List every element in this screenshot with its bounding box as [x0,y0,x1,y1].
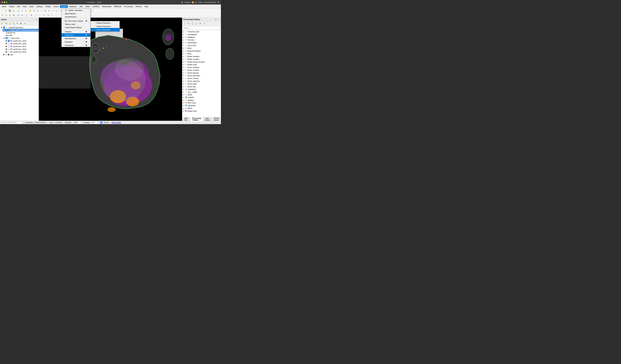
menu-edit[interactable]: Edit [16,5,21,8]
toolbox-history-button[interactable]: 📋 [191,22,194,25]
raster-menu-virtual[interactable]: Virtual Raster Builder [62,26,90,29]
save-project-button[interactable]: 💾 [8,9,12,13]
menu-mmqgis[interactable]: MMQGIS [113,5,123,8]
tab-results-viewer[interactable]: Results Viewer [212,117,221,121]
digitize-button[interactable]: ✏ [1,13,4,17]
open-project-button[interactable]: 📂 [4,9,8,13]
raster-menu-analysis[interactable]: Analysis ▶ [62,30,90,33]
toolbox-item-vectorgeometry[interactable]: ▶ ⚙ Vector geometry [182,74,221,77]
tab-value-tool[interactable]: Value Tool [182,117,190,121]
raster-menu-conversion[interactable]: Conversion ▶ [62,44,90,47]
epsg-label[interactable]: EPSG:28355 [112,122,121,123]
toolbox-item-layertools[interactable]: ▶ ⚙ Layer tools [182,44,221,47]
zoom-next-button[interactable]: ▷ [55,9,58,13]
pan-button[interactable]: ✋ [29,9,32,13]
toolbox-item-vectorcreation[interactable]: ▶ ⚙ Vector creation [182,69,221,71]
toolbox-item-vectorgeneral[interactable]: ▶ ⚙ Vector general [182,71,221,74]
maximize-button[interactable] [6,1,7,3]
zoom-prev-button[interactable]: ◁ [51,9,54,13]
menu-help[interactable]: Help [143,5,149,8]
layer-lc2019[interactable]: ▶ ▦ LandCover_2019 [5,39,39,42]
expand-all-button[interactable]: ▼ [16,22,19,25]
layer-hrsl[interactable]: ▼ ▦ HRSL_AUS_Tasmania_Population [2,29,39,32]
redo-button[interactable]: ↪ [24,9,28,13]
layer-hrsl-checkbox[interactable] [6,29,8,31]
layer-lc2019-checkbox[interactable] [8,40,10,42]
toolbox-item-networkanalysis[interactable]: ▶ ⚙ Network analysis [182,50,221,52]
toolbox-item-models[interactable]: ▶ 🔧 Models [182,99,221,101]
toolbox-help-button[interactable]: ? [202,22,206,25]
undo-button[interactable]: ↩ [20,9,24,13]
menu-view[interactable]: View [21,5,28,8]
toolbox-item-database[interactable]: ▶ ⚙ Database [182,36,221,38]
toolbox-item-mesh[interactable]: ▶ ⚙ Mesh [182,47,221,50]
toolbox-options-button[interactable]: ⚙ [214,18,217,21]
toolbox-item-rasterterrain[interactable]: ▶ ⚙ Raster terrain analysis [182,60,221,63]
save-as-button[interactable]: 📋 [12,9,15,13]
remove-layer-button[interactable]: ✕ [23,22,27,25]
toolbox-item-vectortiles[interactable]: ▶ ⚙ Vector tiles [182,85,221,88]
rotation-input[interactable] [91,121,98,124]
print-button[interactable]: 🖨 [17,9,20,13]
render-checkbox[interactable] [100,122,102,124]
toolbox-item-cartography[interactable]: ▶ ⚙ Cartography [182,33,221,36]
zoom-out-button[interactable]: 🔍 [36,9,40,13]
projections-warp[interactable]: ⚙ Warp (Reproject)... [91,28,120,31]
menu-hcmgis[interactable]: HCMGIS [91,5,101,8]
menu-rasterstats[interactable]: RasterStats [101,5,113,8]
minimize-button[interactable] [3,1,5,3]
edit-button[interactable]: ✎ [4,13,8,17]
layer-lc2016-checkbox[interactable] [8,48,10,50]
toolbox-item-saga[interactable]: ▶ ⚙ SAGA [182,107,221,110]
toolbox-item-recently-used[interactable]: ▶ 🕐 Recently used [182,30,221,33]
delete-button[interactable]: ✖ [12,13,15,17]
locate-input[interactable] [1,121,22,124]
layer-landcover-checkbox[interactable] [6,37,8,39]
collapse-all-button[interactable]: ▶ [19,22,23,25]
toolbox-item-plots[interactable]: ▶ ⚙ Plots [182,52,221,55]
zoom-in-button[interactable]: 🔍 [32,9,36,13]
layer-lc2018-checkbox[interactable] [8,43,10,45]
menu-mesh[interactable]: Mesh [84,5,91,8]
close-button[interactable] [1,1,3,3]
layer-lc2015[interactable]: ▶ ▦ LandCover_2015 [5,50,39,53]
toolbox-item-etlload[interactable]: ▶ ⚡ ETL_LOAD [182,91,221,93]
raster-menu-extraction[interactable]: Extraction ▶ [62,40,90,44]
menu-vector[interactable]: Vector [52,5,60,8]
raster-menu-projections[interactable]: Projections ▶ [62,33,90,37]
toolbox-settings-button[interactable]: ⚙ [198,22,202,25]
new-project-button[interactable]: 📄 [1,9,4,13]
toolbox-item-grass[interactable]: ▶ 🌿 GRASS [182,96,221,99]
toolbox-item-shapetools[interactable]: ▶ ⬟ Shape tools [182,110,221,112]
layer-group-module9-checkbox[interactable] [3,27,5,29]
toolbox-recent-button[interactable]: 🕐 [183,22,187,25]
magnifier-input[interactable] [73,121,81,124]
processing-button[interactable]: ⚙ [30,13,33,17]
field-calc-button[interactable]: ∑ [25,13,29,17]
layer-lc2015-checkbox[interactable] [8,51,10,53]
raster-menu-georef[interactable]: Georeferencer... [62,15,90,18]
menu-web[interactable]: Web [78,5,84,8]
tab-processing-toolbox[interactable]: Processing Toolbox [190,117,203,121]
toolbox-results-button[interactable]: 📊 [194,22,198,25]
layer-group-landcover[interactable]: ▼ 📁 land cover [2,37,39,39]
toolbox-item-vectortable[interactable]: ▶ ⚙ Vector table [182,83,221,85]
node-button[interactable]: ⊡ [8,13,12,17]
rotate-button[interactable]: ↻ [46,13,50,17]
toolbox-item-qgis2web[interactable]: ▶ 🌐 qgis2web [182,104,221,107]
layer-lc2018[interactable]: ▶ ▦ LandCover_2018 [5,42,39,45]
layers-close-button[interactable]: ✕ [35,18,38,21]
layer-group-module9[interactable]: ▼ 📁 module9 tasmania [0,26,39,29]
topology-button[interactable]: ⊕ [20,13,24,17]
toolbox-item-dataplotly[interactable]: ▶ 📊 DataPlotly [182,88,221,91]
toolbox-item-filetools[interactable]: ▶ ⚙ File tools [182,38,221,41]
tab-layer-styling[interactable]: Layer Styling [203,117,212,121]
zoom-full-button[interactable]: ⛶ [40,9,43,13]
toolbox-search-input[interactable] [183,26,220,30]
layer-srtm[interactable]: ▶ ▦ srtm [2,53,39,56]
layer-lc2017-checkbox[interactable] [8,45,10,47]
raster-menu-eo[interactable]: EO Time Series Viewer ▶ [62,19,90,23]
toolbox-item-rastertools[interactable]: ▶ ⚙ Raster tools [182,63,221,66]
menu-qgis[interactable]: QGIS [1,5,8,8]
toolbox-item-rasteranalysis[interactable]: ▶ ⚙ Raster analysis [182,55,221,58]
